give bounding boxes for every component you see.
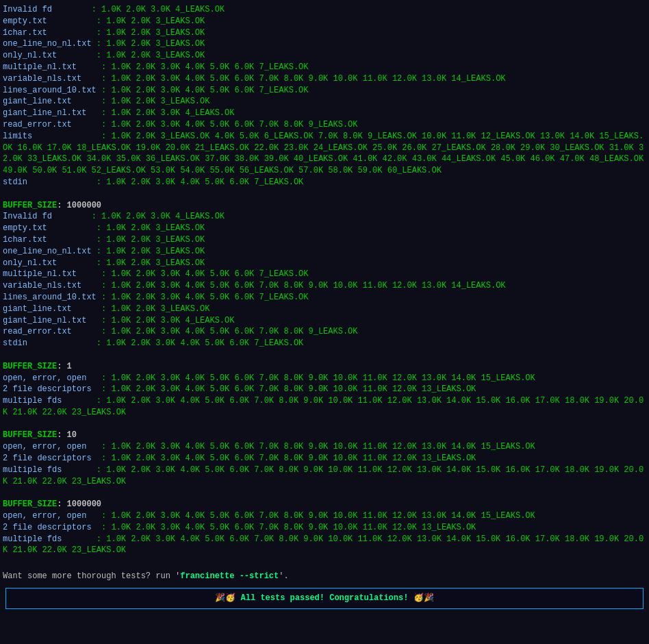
- buffer-size-value: 10: [62, 430, 77, 440]
- test-value: : 1.0K 2.0K 3.0K 4.0K 5.0K 6.0K 7_LEAKS.…: [97, 338, 303, 348]
- test-label: only_nl.txt: [3, 51, 97, 60]
- empty-line: [3, 487, 646, 499]
- test-result-line: giant_line_nl.txt : 1.0K 2.0K 3.0K 4_LEA…: [3, 315, 646, 327]
- test-label: variable_nls.txt: [3, 281, 101, 290]
- test-value: : 1.0K 2.0K 3.0K 4_LEAKS.OK: [101, 108, 234, 118]
- test-result-line: one_line_no_nl.txt : 1.0K 2.0K 3_LEAKS.O…: [3, 38, 646, 50]
- want-more-text-after: '.: [279, 571, 288, 581]
- terminal-window: Invalid fd : 1.0K 2.0K 3.0K 4_LEAKS.OKem…: [0, 0, 649, 644]
- test-result-line: multiple fds : 1.0K 2.0K 3.0K 4.0K 5.0K …: [3, 465, 646, 488]
- test-result-line: 2 file descriptors : 1.0K 2.0K 3.0K 4.0K…: [3, 453, 646, 465]
- test-value: : 1.0K 2.0K 3.0K 4.0K 5.0K 6.0K 7.0K 8.0…: [101, 384, 476, 394]
- section-header: BUFFER_SIZE: 1000000: [3, 200, 646, 212]
- buffer-size-value: 1000000: [62, 201, 101, 210]
- test-label: multiple fds: [3, 534, 97, 544]
- test-label: stdin: [3, 338, 97, 348]
- test-value: : 1.0K 2.0K 3_LEAKS.OK: [97, 51, 205, 60]
- success-banner: 🎉🥳 All tests passed! Congratulations! 🥳🎉: [5, 588, 644, 609]
- test-label: open, error, open: [3, 373, 101, 383]
- test-value: : 1.0K 2.0K 3.0K 4.0K 5.0K 6.0K 7_LEAKS.…: [101, 293, 308, 302]
- test-value: : 1.0K 2.0K 3.0K 4.0K 5.0K 6.0K 7.0K 8.0…: [101, 511, 535, 521]
- buffer-size-key: BUFFER_SIZE: [3, 362, 57, 371]
- test-label: 2 file descriptors: [3, 384, 101, 394]
- test-value: : 1.0K 2.0K 3_LEAKS.OK: [101, 97, 209, 106]
- test-label: open, error, open: [3, 511, 101, 521]
- test-label: one_line_no_nl.txt: [3, 39, 97, 49]
- test-value: : 1.0K 2.0K 3.0K 4.0K 5.0K 6.0K 7.0K 8.0…: [101, 120, 357, 129]
- test-label: empty.txt: [3, 223, 97, 233]
- test-result-line: limits : 1.0K 2.0K 3_LEAKS.OK 4.0K 5.0K …: [3, 131, 646, 177]
- test-value: : 1.0K 2.0K 3.0K 4.0K 5.0K 6.0K 7_LEAKS.…: [101, 86, 308, 95]
- test-result-line: open, error, open : 1.0K 2.0K 3.0K 4.0K …: [3, 373, 646, 384]
- want-more-line: Want some more thorough tests? run 'fran…: [3, 571, 646, 582]
- test-result-line: empty.txt : 1.0K 2.0K 3_LEAKS.OK: [3, 16, 646, 27]
- empty-line: [3, 556, 646, 568]
- test-result-line: Invalid fd : 1.0K 2.0K 3.0K 4_LEAKS.OK: [3, 4, 646, 16]
- test-value: : 1.0K 2.0K 3_LEAKS.OK: [97, 247, 205, 256]
- buffer-size-key: BUFFER_SIZE: [3, 201, 57, 210]
- test-result-line: read_error.txt : 1.0K 2.0K 3.0K 4.0K 5.0…: [3, 119, 646, 131]
- section-header: BUFFER_SIZE: 1: [3, 361, 646, 373]
- test-value: : 1.0K 2.0K 3_LEAKS.OK: [97, 28, 205, 38]
- test-value: : 1.0K 2.0K 3.0K 4.0K 5.0K 6.0K 7.0K 8.0…: [3, 396, 644, 417]
- test-label: read_error.txt: [3, 327, 101, 336]
- test-value: : 1.0K 2.0K 3.0K 4.0K 5.0K 6.0K 7.0K 8.0…: [101, 327, 357, 336]
- test-result-line: only_nl.txt : 1.0K 2.0K 3_LEAKS.OK: [3, 258, 646, 269]
- buffer-size-value: 1000000: [62, 499, 101, 509]
- test-label: limits: [3, 132, 101, 141]
- test-label: one_line_no_nl.txt: [3, 247, 97, 256]
- test-label: multiple fds: [3, 396, 97, 406]
- test-result-line: stdin : 1.0K 2.0K 3.0K 4.0K 5.0K 6.0K 7_…: [3, 338, 646, 349]
- test-label: Invalid fd: [3, 212, 92, 221]
- test-result-line: giant_line.txt : 1.0K 2.0K 3_LEAKS.OK: [3, 96, 646, 108]
- test-result-line: lines_around_10.txt : 1.0K 2.0K 3.0K 4.0…: [3, 85, 646, 97]
- test-value: : 1.0K 2.0K 3.0K 4_LEAKS.OK: [92, 5, 225, 14]
- test-result-line: open, error, open : 1.0K 2.0K 3.0K 4.0K …: [3, 441, 646, 453]
- test-value: : 1.0K 2.0K 3.0K 4.0K 5.0K 6.0K 7.0K 8.0…: [3, 465, 644, 486]
- test-value: : 1.0K 2.0K 3_LEAKS.OK: [97, 39, 205, 49]
- buffer-size-value: 1: [62, 362, 71, 371]
- test-label: giant_line.txt: [3, 304, 101, 314]
- test-label: only_nl.txt: [3, 258, 97, 268]
- section-header: BUFFER_SIZE: 10: [3, 430, 646, 441]
- test-result-line: 1char.txt : 1.0K 2.0K 3_LEAKS.OK: [3, 27, 646, 39]
- test-label: giant_line_nl.txt: [3, 316, 101, 325]
- test-value: : 1.0K 2.0K 3_LEAKS.OK: [97, 16, 205, 26]
- test-result-line: variable_nls.txt : 1.0K 2.0K 3.0K 4.0K 5…: [3, 280, 646, 292]
- test-result-line: multiple fds : 1.0K 2.0K 3.0K 4.0K 5.0K …: [3, 534, 646, 557]
- test-label: lines_around_10.txt: [3, 293, 101, 302]
- test-label: variable_nls.txt: [3, 74, 101, 84]
- test-value: : 1.0K 2.0K 3.0K 4.0K 5.0K 6.0K 7.0K 8.0…: [101, 373, 535, 383]
- test-result-line: giant_line.txt : 1.0K 2.0K 3_LEAKS.OK: [3, 304, 646, 315]
- test-value: : 1.0K 2.0K 3_LEAKS.OK: [97, 258, 205, 268]
- test-value: : 1.0K 2.0K 3.0K 4_LEAKS.OK: [92, 212, 225, 221]
- test-result-line: 2 file descriptors : 1.0K 2.0K 3.0K 4.0K…: [3, 384, 646, 395]
- test-value: : 1.0K 2.0K 3.0K 4.0K 5.0K 6.0K 7.0K 8.0…: [3, 534, 644, 556]
- test-label: 2 file descriptors: [3, 454, 101, 463]
- buffer-size-key: BUFFER_SIZE: [3, 499, 57, 509]
- test-value: : 1.0K 2.0K 3.0K 4.0K 5.0K 6.0K 7_LEAKS.…: [97, 177, 303, 187]
- test-result-line: multiple_nl.txt : 1.0K 2.0K 3.0K 4.0K 5.…: [3, 62, 646, 73]
- test-result-line: multiple fds : 1.0K 2.0K 3.0K 4.0K 5.0K …: [3, 395, 646, 419]
- test-value: : 1.0K 2.0K 3.0K 4.0K 5.0K 6.0K 7.0K 8.0…: [101, 454, 476, 463]
- test-value: : 1.0K 2.0K 3.0K 4.0K 5.0K 6.0K 7.0K 8.0…: [101, 442, 535, 451]
- test-result-line: only_nl.txt : 1.0K 2.0K 3_LEAKS.OK: [3, 50, 646, 62]
- test-label: empty.txt: [3, 16, 97, 26]
- test-value: : 1.0K 2.0K 3.0K 4.0K 5.0K 6.0K 7.0K 8.0…: [101, 523, 476, 532]
- test-label: 1char.txt: [3, 28, 97, 38]
- test-value: : 1.0K 2.0K 3.0K 4_LEAKS.OK: [101, 316, 234, 325]
- section-header: BUFFER_SIZE: 1000000: [3, 499, 646, 510]
- empty-line: [3, 188, 646, 200]
- francinette-cmd: francinette --strict: [180, 571, 279, 581]
- empty-line: [3, 419, 646, 430]
- test-value: : 1.0K 2.0K 3_LEAKS.OK: [97, 235, 205, 245]
- test-result-line: 2 file descriptors : 1.0K 2.0K 3.0K 4.0K…: [3, 522, 646, 534]
- test-label: giant_line_nl.txt: [3, 108, 101, 118]
- test-result-line: stdin : 1.0K 2.0K 3.0K 4.0K 5.0K 6.0K 7_…: [3, 177, 646, 188]
- test-label: read_error.txt: [3, 120, 101, 129]
- test-result-line: open, error, open : 1.0K 2.0K 3.0K 4.0K …: [3, 510, 646, 522]
- test-label: multiple fds: [3, 465, 97, 475]
- test-result-line: giant_line_nl.txt : 1.0K 2.0K 3.0K 4_LEA…: [3, 108, 646, 119]
- buffer-size-key: BUFFER_SIZE: [3, 430, 57, 440]
- test-label: open, error, open: [3, 442, 101, 451]
